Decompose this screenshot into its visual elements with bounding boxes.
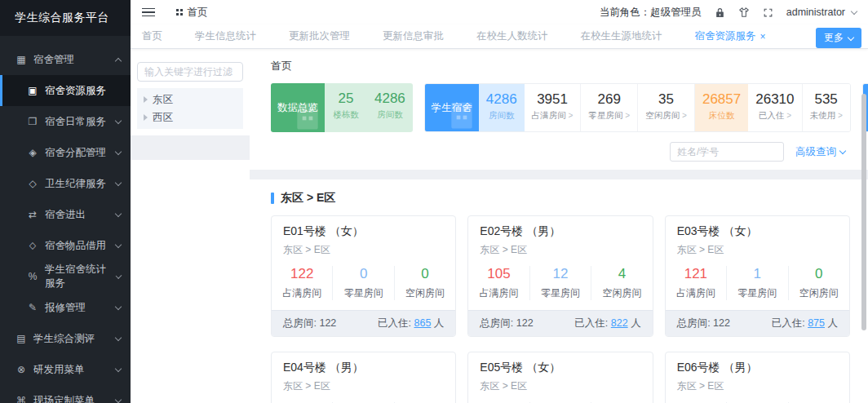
vertical-scrollbar[interactable] <box>861 94 866 330</box>
total-rooms: 总房间: 122 <box>677 317 730 330</box>
sidebar-item-dev-menu[interactable]: ⊗ 研发用菜单 <box>0 354 131 385</box>
building-card-e01[interactable]: E01号楼 （女） 东区 > E区 122占满房间 0零星房间 0空闲房间 总房… <box>271 215 456 337</box>
tree-filter-input[interactable] <box>137 62 243 82</box>
tab-student-info-stats[interactable]: 学生信息统计 <box>195 29 256 43</box>
tab-update-info-approval[interactable]: 更新信息审批 <box>383 29 444 43</box>
sidebar-item-hygiene-discipline[interactable]: ◇ 卫生纪律服务 <box>0 168 131 199</box>
sidebar-item-comprehensive-evaluation[interactable]: ▤ 学生综合测评 <box>0 323 131 354</box>
user-menu[interactable]: administrator <box>786 7 857 18</box>
breadcrumb[interactable]: 首页 <box>176 6 208 20</box>
chevron-down-icon <box>115 334 122 340</box>
edit-document-icon: ▤ <box>16 333 27 344</box>
building-card-e03[interactable]: E03号楼 （女） 东区 > E区 121占满房间 1零星房间 0空闲房间 总房… <box>665 215 850 337</box>
chevron-down-icon <box>115 179 122 185</box>
tree-node-east[interactable]: 东区 <box>137 91 243 108</box>
dorm-free-rooms[interactable]: 35 空闲房间 > <box>638 84 695 131</box>
chevron-down-icon <box>115 117 122 123</box>
chevron-down-icon <box>115 210 122 216</box>
hamburger-menu-icon[interactable] <box>142 8 155 17</box>
sidebar-item-dorm-management[interactable]: ▦ 宿舍管理 <box>0 44 131 75</box>
sidebar-item-dorm-daily-service[interactable]: ❐ 宿舍日常服务 <box>0 106 131 137</box>
chevron-down-icon <box>115 148 122 154</box>
caret-right-icon <box>144 114 148 121</box>
current-role: 当前角色：超级管理员 <box>600 6 702 20</box>
buildings-panel: 东区 > E区 E01号楼 （女） 东区 > E区 122占满房间 0零星房间 <box>250 179 868 403</box>
tab-home[interactable]: 首页 <box>142 29 162 43</box>
dorm-room-count: 4286 房间数 <box>479 84 525 131</box>
advanced-search-link[interactable]: 高级查询 <box>795 145 845 159</box>
occupied-count-link[interactable]: 865 <box>414 317 431 329</box>
sidebar-item-custom-menu[interactable]: ⌘ 现场定制菜单 <box>0 385 131 403</box>
free-rooms-stat: 0空闲房间 <box>789 266 849 300</box>
sidebar-item-dorm-resource-service[interactable]: ▣ 宿舍资源服务 <box>0 75 131 106</box>
tab-enrolled-count-stats[interactable]: 在校生人数统计 <box>476 29 548 43</box>
sidebar-item-item-borrowing[interactable]: ⬦ 宿舍物品借用 <box>0 230 131 261</box>
occupied-count: 已入住: 865 人 <box>378 317 444 330</box>
section-title: 东区 > E区 <box>281 191 335 206</box>
arrow-right-icon: > <box>786 111 791 120</box>
building-card-e02[interactable]: E02号楼 （男） 东区 > E区 105占满房间 12零星房间 4空闲房间 总… <box>467 215 653 337</box>
overview-card: 数据总览 25 楼栋数 4286 房间数 <box>271 83 413 132</box>
student-dorm-card-title: 学生宿舍 <box>425 84 479 131</box>
arrow-right-icon: > <box>682 111 687 120</box>
tab-dorm-resource-service[interactable]: 宿舍资源服务 × <box>695 29 766 43</box>
overview-building-count: 25 楼栋数 <box>325 83 367 132</box>
occupied-count-link[interactable]: 875 <box>808 317 825 329</box>
page-breadcrumb: 首页 <box>271 59 855 73</box>
scattered-rooms-stat: 12零星房间 <box>530 266 591 300</box>
main-area: 首页 数据总览 25 楼栋数 <box>250 49 868 403</box>
book-icon: ▣ <box>27 85 38 96</box>
chevron-down-icon <box>115 303 122 309</box>
close-tab-icon[interactable]: × <box>760 31 766 42</box>
arrow-right-icon: > <box>838 111 843 120</box>
chevron-down-icon <box>848 33 854 40</box>
command-icon: ⌘ <box>16 395 27 403</box>
more-button[interactable]: 更多 <box>816 28 861 48</box>
tag-icon: ◇ <box>27 178 38 189</box>
scattered-rooms-stat: 0零星房间 <box>333 266 394 300</box>
full-rooms-stat: 122占满房间 <box>272 266 333 300</box>
name-or-id-search-input[interactable] <box>670 142 784 162</box>
dorm-occupied-beds[interactable]: 26310 已入住 > <box>748 84 802 131</box>
chevron-down-icon <box>115 396 122 402</box>
document-icon: ❐ <box>27 116 38 127</box>
tab-enrolled-origin-stats[interactable]: 在校生生源地统计 <box>581 29 662 43</box>
tree-node-west[interactable]: 西区 <box>137 108 243 126</box>
sidebar-item-dorm-allocation[interactable]: ◈ 宿舍分配管理 <box>0 137 131 168</box>
occupied-count: 已入住: 875 人 <box>772 317 838 330</box>
sidebar-item-dorm-statistics[interactable]: % 学生宿舍统计服务 <box>0 261 131 292</box>
free-rooms-stat: 4空闲房间 <box>591 266 652 300</box>
dorm-scattered-rooms[interactable]: 269 零星房间 > <box>581 84 638 131</box>
overview-room-count: 4286 房间数 <box>367 83 413 132</box>
area-tree-panel: 东区 西区 <box>131 49 250 403</box>
pencil-square-icon: ✎ <box>27 302 38 313</box>
building-icon: ▦ <box>16 54 27 65</box>
chevron-down-icon <box>851 7 857 14</box>
scattered-rooms-stat: 1零星房间 <box>727 266 788 300</box>
chevron-down-icon <box>839 148 846 154</box>
tabbar: 首页 学生信息统计 更新批次管理 更新信息审批 在校生人数统计 在校生生源地统计… <box>131 24 868 49</box>
free-rooms-stat: 0空闲房间 <box>395 266 455 300</box>
lock-icon[interactable] <box>715 7 725 18</box>
building-card-e04[interactable]: E04号楼 （男） 东区 > E区 123占满房间 10零星房间 2空闲房间 <box>271 352 456 403</box>
chevron-up-icon <box>115 58 122 64</box>
sidebar-item-dorm-entry-exit[interactable]: ⇄ 宿舍进出 <box>0 199 131 230</box>
content-area: 东区 西区 首页 <box>131 49 868 403</box>
sidebar-menu: ▦ 宿舍管理 ▣ 宿舍资源服务 ❐ 宿舍日常服务 ◈ 宿舍分配管理 ◇ 卫生纪律… <box>0 36 131 403</box>
sidebar-item-repair-management[interactable]: ✎ 报修管理 <box>0 292 131 323</box>
occupied-count-link[interactable]: 822 <box>611 317 628 329</box>
theme-shirt-icon[interactable] <box>738 7 750 18</box>
app-window: 学生综合服务平台 ▦ 宿舍管理 ▣ 宿舍资源服务 ❐ 宿舍日常服务 ◈ 宿舍分配… <box>0 0 868 403</box>
building-card-e06[interactable]: E06号楼 （男） 东区 > E区 125占满房间 8零星房间 1空闲房间 <box>665 352 850 403</box>
building-card-e05[interactable]: E05号楼 （女） 东区 > E区 124占满房间 10零星房间 1空闲房间 <box>467 352 653 403</box>
fullscreen-icon[interactable] <box>763 7 773 18</box>
dorm-unused-beds[interactable]: 535 未使用 > <box>803 84 850 131</box>
percent-icon: % <box>27 271 38 282</box>
tab-update-batch-management[interactable]: 更新批次管理 <box>289 29 350 43</box>
tag-icon: ⬦ <box>27 240 38 251</box>
username: administrator <box>786 7 845 18</box>
dorm-full-rooms[interactable]: 3951 占满房间 > <box>525 84 582 131</box>
circle-x-icon: ⊗ <box>16 364 27 375</box>
caret-right-icon <box>144 96 148 103</box>
arrow-right-icon: > <box>625 111 630 120</box>
